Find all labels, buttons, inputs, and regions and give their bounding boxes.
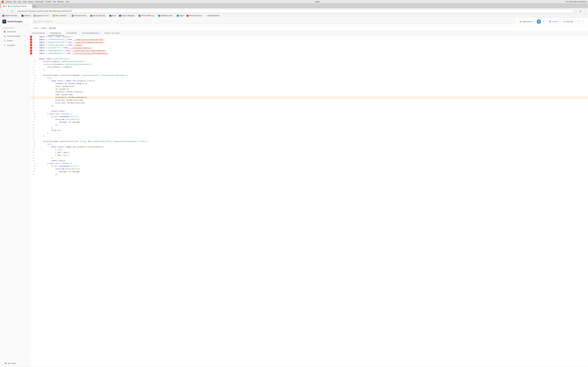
browser-tab-active[interactable]: 🌐 localhost:5173/entities/coder/b1bc02a6… (1, 4, 32, 8)
properties-add-icon[interactable]: + (25, 44, 26, 47)
code-line-21: 21 inventory: params.inventory, (29, 91, 588, 93)
code-editor[interactable]: ✕ 1 import { Model } from 'mongoose'; ✕ … (29, 36, 588, 367)
language-label: en-US (552, 21, 557, 23)
code-line-43: 43 { $set: data }, (29, 151, 588, 154)
menu-profiles[interactable]: Profiles (46, 1, 51, 3)
grid-icon: ⊞ (564, 20, 565, 23)
notifications-button[interactable]: 🔔 Notifications ▾ (517, 20, 536, 23)
tab-product-data-repository[interactable]: ProductDataRepository (79, 31, 102, 35)
extensions-icon[interactable]: ⊕ (579, 9, 582, 13)
bookmark-patterns[interactable]: Patterns for React... (1, 15, 20, 17)
bookmarks-more[interactable]: » Other Bookmarks (205, 15, 221, 17)
gutter-21: 21 (29, 91, 38, 93)
new-tab-button[interactable]: + (33, 5, 36, 8)
sidebar-footer: ◉ My Profile (0, 360, 29, 367)
menu-icon[interactable]: ⋮ (583, 9, 587, 13)
user-initials: JE (538, 21, 540, 22)
gutter-45: 45 (29, 157, 38, 159)
gutter-12: 12 (29, 66, 38, 68)
code-content-40: try { (38, 143, 588, 146)
code-content-4: import { ProductsDocument } from '../mod… (38, 44, 588, 47)
menu-tab[interactable]: Tab (53, 1, 56, 3)
line-number-9: 9 (33, 58, 37, 60)
breadcrumb-current: Etity IDE (49, 27, 56, 29)
sidebar-logo: DD (2, 20, 6, 23)
menu-history[interactable]: History (28, 1, 33, 3)
code-line-3: ✕ 3 import { UpdateProductDTO } from '..… (29, 41, 588, 44)
tab-close-btn[interactable] (3, 6, 5, 7)
code-line-8: 8 (29, 55, 588, 58)
sidebar-item-dashboard[interactable]: ▦ Dashboard (1, 30, 28, 34)
address-bar[interactable]: 🔒 localhost:5173/entities/coder/b1bc02a6… (15, 9, 573, 13)
bookmark-icon[interactable]: ☆ (574, 9, 578, 13)
menu-view[interactable]: View (23, 1, 26, 3)
sidebar-item-label-entities: Entities (7, 40, 13, 42)
sidebar-item-properties[interactable]: ≡ Properties + (1, 43, 28, 47)
menu-file[interactable]: File (13, 1, 16, 3)
code-content-25: price_sell: params.price_sell, (38, 102, 588, 104)
gutter-11: ▾ 11 (29, 63, 38, 66)
bookmark-supabase[interactable]: Supabase | The O... (33, 15, 51, 17)
forward-button[interactable]: › (6, 9, 9, 13)
bookmark-pages[interactable]: Pages (176, 15, 185, 17)
menu-bookmarks[interactable]: Bookmarks (35, 1, 44, 3)
line-number-31: 31 (33, 118, 37, 121)
menu-help[interactable]: Help (65, 1, 69, 3)
os-menu-items[interactable]: 🍎 Chrome File Edit View History Bookmark… (1, 0, 69, 3)
code-line-34: 34 } (29, 126, 588, 129)
menu-edit[interactable]: Edit (18, 1, 21, 3)
gutter-34: 34 (29, 126, 38, 129)
line-number-44: 44 (30, 154, 36, 157)
bookmark-shadcn[interactable]: shadcn/ui (20, 15, 32, 17)
back-button[interactable]: ‹ (1, 9, 5, 13)
search-bar[interactable]: 🔍 Search everywhere (32, 19, 516, 24)
tab-close-icon[interactable]: × (29, 5, 30, 7)
tab-product-controller[interactable]: ProductController (29, 31, 48, 35)
reload-button[interactable]: ↻ (10, 9, 14, 13)
breadcrumb-sep-2: / (48, 27, 48, 29)
sidebar-item-entities[interactable]: ◻ Entities + (1, 39, 28, 43)
bookmark-http[interactable]: HTTP Cookies exp... (137, 15, 156, 17)
gutter-24: 24 (29, 99, 38, 101)
breadcrumb-home[interactable]: Home (34, 27, 39, 29)
gutter-41: ▾ 41 (29, 146, 38, 148)
gutter-16: ▾ 16 (29, 77, 38, 80)
os-menu-bar: 🍎 Chrome File Edit View History Bookmark… (0, 0, 588, 3)
properties-icon: ≡ (3, 44, 6, 47)
sidebar-item-my-profile[interactable]: ◉ My Profile (2, 361, 27, 365)
code-line-51: 51 }); (29, 173, 588, 176)
menu-window[interactable]: Window (58, 1, 64, 3)
tab-product-use-cases[interactable]: Product - Use cases (102, 31, 122, 35)
bookmark-habilitar[interactable]: Habilitar.net | Min... (157, 15, 175, 17)
tab-product-service[interactable]: ProductService (48, 31, 64, 35)
code-line-4: ✕ 4 import { ProductsDocument } from '..… (29, 44, 588, 47)
dashboard-icon: ▦ (3, 30, 6, 33)
settings-button[interactable]: → (581, 20, 586, 23)
tab-max-btn[interactable] (8, 6, 9, 7)
tab-min-btn[interactable] (6, 6, 7, 7)
domain-designer-add-icon[interactable]: + (25, 35, 26, 37)
help-button[interactable]: ? (576, 20, 580, 23)
user-avatar[interactable]: JE (537, 19, 541, 24)
bookmark-session[interactable]: Session Managem... (118, 15, 137, 17)
sidebar-item-domain-designer[interactable]: ◈ Domain Designer + (1, 34, 28, 38)
code-content-5: import { ServiceError } from '../infra/S… (38, 47, 588, 49)
entities-add-icon[interactable]: + (25, 40, 26, 42)
tab-product-model[interactable]: ProductModel (64, 31, 79, 35)
bookmark-pimcore[interactable]: Pimcore Communi... (185, 15, 204, 17)
bookmark-micro[interactable]: Micro Frontends -... (52, 15, 70, 17)
expand-31: ▾ (30, 118, 32, 120)
bookmark-payrix[interactable]: Payrix (108, 15, 117, 17)
add-data-button[interactable]: ⊞ Add data (562, 20, 575, 23)
code-content-27 (38, 107, 588, 110)
bookmark-tractor[interactable]: The Tractor Store... (70, 15, 88, 17)
os-center-title: zoom (315, 1, 320, 3)
breadcrumb-entities[interactable]: Entities (41, 27, 47, 29)
code-line-26: 26 }); (29, 104, 588, 107)
menu-chrome[interactable]: Chrome (6, 1, 12, 3)
line-number-10: 10 (33, 60, 37, 63)
language-selector[interactable]: 🌐 en-US ▾ (547, 20, 561, 23)
code-content-36: } (38, 132, 588, 135)
user-menu-chevron[interactable]: ▾ (542, 20, 546, 23)
bookmark-figma[interactable]: Figma Guide | Die... (89, 15, 108, 17)
